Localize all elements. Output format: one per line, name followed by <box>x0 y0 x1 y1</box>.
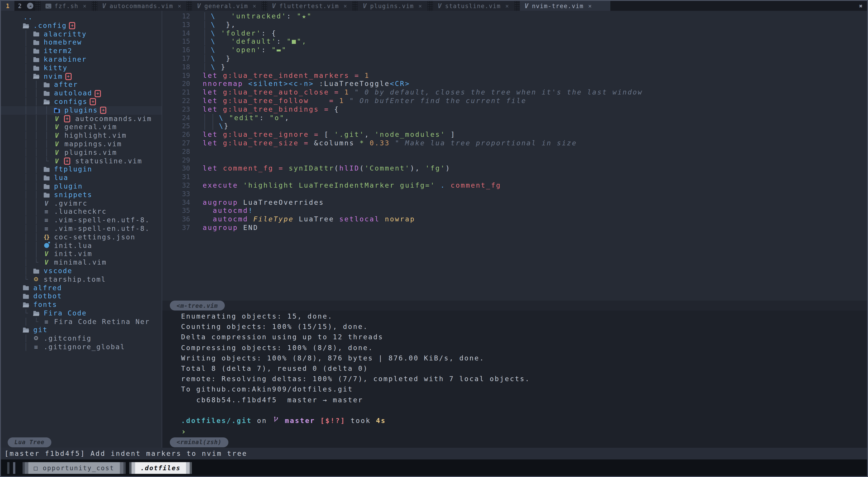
tree-row-configs[interactable]: ││configs+ <box>1 98 162 106</box>
folder-icon <box>41 191 51 199</box>
tree-row-nvim[interactable]: │nvim+ <box>1 72 162 81</box>
tree-label: Fira Code <box>44 309 87 318</box>
indent-guide: │ <box>21 208 31 216</box>
tree-row-iterm2[interactable]: │iterm2 <box>1 47 162 55</box>
tree-row-karabiner[interactable]: │karabiner <box>1 55 162 64</box>
indent-guide: │ <box>21 38 31 47</box>
tree-row-dotbot[interactable]: dotbot <box>1 292 162 301</box>
tab-label: fluttertest.vim <box>279 2 339 9</box>
tree-row-coc-settings.json[interactable]: ││{}coc-settings.json <box>1 233 162 241</box>
tmux-window-number-2[interactable]: 2 <box>14 1 25 11</box>
tab-nvim-tree.vim[interactable]: Vnvim-tree.vim× <box>520 1 610 11</box>
code-text: │ \ 'default': "■", <box>203 38 307 46</box>
tree-row-init.lua[interactable]: ││init.lua <box>1 241 162 250</box>
tree-row-autocommands.vim[interactable]: │││V+autocommands.vim <box>1 114 162 123</box>
tree-row-statusline.vim[interactable]: ││└V+statusline.vim <box>1 157 162 165</box>
tree-row-starship.toml[interactable]: └⚙starship.toml <box>1 275 162 284</box>
indent-guide: │ <box>31 250 41 259</box>
tmux-window--opportunity-cost[interactable]: □ opportunity_cost <box>23 462 125 474</box>
terminal-statusline-pill: <rminal(zsh) <box>170 437 228 447</box>
tree-row-plugins[interactable]: │││plugins+ <box>1 106 162 115</box>
indent-guide: │ <box>31 157 41 165</box>
tree-row-autoload[interactable]: ││autoload+ <box>1 89 162 98</box>
tree-row-ftplugin[interactable]: ││ftplugin <box>1 165 162 174</box>
tree-row-lua[interactable]: ││lua <box>1 174 162 182</box>
code-editor[interactable]: 12│ \ 'untracked': "★"13│ \ },14│ \ 'fol… <box>162 11 867 301</box>
code-text: │ │ \} <box>203 122 229 131</box>
tree-row-.gvimrc[interactable]: ││V.gvimrc <box>1 199 162 208</box>
tab-fluttertest.vim[interactable]: Vfluttertest.vim× <box>267 1 352 11</box>
vim-icon: V <box>363 2 367 9</box>
tree-label: init.vim <box>54 250 92 259</box>
indent-guide: │ <box>31 123 41 132</box>
tab-general.vim[interactable]: Vgeneral.vim× <box>192 1 262 11</box>
tree-label: highlight.vim <box>64 131 127 140</box>
tree-row-plugin[interactable]: ││plugin <box>1 182 162 191</box>
tree-row-highlight.vim[interactable]: │││Vhighlight.vim <box>1 131 162 140</box>
tree-row-.vim-spell-en.utf-8.[interactable]: ││≡.vim-spell-en.utf-8. <box>1 225 162 233</box>
line-number: 22 <box>162 97 197 105</box>
tab-close-icon[interactable]: × <box>343 2 347 9</box>
tab-plugins.vim[interactable]: Vplugins.vim× <box>358 1 428 11</box>
tree-row-fonts[interactable]: fonts <box>1 301 162 309</box>
close-all-icon[interactable]: ✖ <box>855 1 867 11</box>
tmux-window-number-1[interactable]: 1 <box>1 1 14 11</box>
tree-label: .config <box>33 22 67 30</box>
folder-icon <box>41 165 51 173</box>
tree-row-.luacheckrc[interactable]: ││≡.luacheckrc <box>1 208 162 216</box>
tab-autocommands.vim[interactable]: Vautocommands.vim× <box>97 1 187 11</box>
tree-row-git[interactable]: git <box>1 326 162 335</box>
tree-row-minimal.vim[interactable]: │└Vminimal.vim <box>1 258 162 267</box>
terminal-line: › <box>181 426 867 437</box>
tab-close-icon[interactable]: × <box>253 2 257 9</box>
tree-row-init.vim[interactable]: ││Vinit.vim <box>1 250 162 259</box>
vim-icon: V <box>41 259 51 267</box>
tree-row-kitty[interactable]: │kitty <box>1 64 162 72</box>
indent-guide: └ <box>31 258 41 267</box>
tree-row-snippets[interactable]: ││snippets <box>1 191 162 199</box>
tree-row-..[interactable]: .. <box>1 13 162 22</box>
tree-label: .gitignore_global <box>44 343 125 351</box>
code-text: let g:lua_tree_auto_close = 1 " 0 by def… <box>203 88 643 97</box>
tree-row-alacritty[interactable]: │alacritty <box>1 30 162 38</box>
tree-row-plugins.vim[interactable]: │││Vplugins.vim <box>1 148 162 157</box>
indent-guide: │ <box>21 114 31 123</box>
tree-row-.vim-spell-en.utf-8.[interactable]: ││≡.vim-spell-en.utf-8. <box>1 216 162 225</box>
tree-row-mappings.vim[interactable]: │││Vmappings.vim <box>1 140 162 148</box>
indent-guide: └ <box>31 317 41 326</box>
folder-icon <box>31 39 41 47</box>
tree-row-.gitconfig[interactable]: │⚙.gitconfig <box>1 335 162 343</box>
back-circle-icon[interactable]: ◄ <box>27 3 33 9</box>
tab-close-icon[interactable]: × <box>505 2 509 9</box>
tree-row-.config[interactable]: .config+ <box>1 22 162 30</box>
tree-row-after[interactable]: ││after <box>1 81 162 89</box>
tree-row-homebrew[interactable]: │homebrew <box>1 38 162 47</box>
indent-guide: │ <box>31 241 41 250</box>
tree-row-Fira Code[interactable]: └Fira Code <box>1 309 162 318</box>
tab-fzf.sh[interactable]: >_fzf.sh× <box>40 1 92 11</box>
indent-guide: │ <box>21 191 31 199</box>
indent-guide: │ <box>31 174 41 182</box>
editor-statusline: <m-tree.vim <box>162 301 867 310</box>
tab-close-icon[interactable]: × <box>83 2 87 9</box>
code-line: 18│ \ } <box>162 63 867 72</box>
tree-row-vscode[interactable]: │vscode <box>1 267 162 275</box>
tree-row-general.vim[interactable]: │││Vgeneral.vim <box>1 123 162 132</box>
line-number: 25 <box>162 122 197 131</box>
tab-statusline.vim[interactable]: Vstatusline.vim× <box>433 1 514 11</box>
line-number: 32 <box>162 181 197 190</box>
code-line: 29 <box>162 156 867 165</box>
tree-row-Fira Code Retina Ner[interactable]: │└≡Fira Code Retina Ner <box>1 317 162 326</box>
git-new-badge: + <box>95 90 101 97</box>
terminal-line: cb68b54..f1bd4f5 master → master <box>181 395 867 405</box>
tab-close-icon[interactable]: × <box>418 2 423 9</box>
terminal-line: remote: Resolving deltas: 100% (7/7), co… <box>181 374 867 384</box>
tree-row-.gitignore_global[interactable]: │≡.gitignore_global <box>1 343 162 351</box>
tab-close-icon[interactable]: × <box>178 2 182 9</box>
git-new-badge: + <box>64 115 70 123</box>
tmux-window--dotfiles[interactable]: .dotfiles <box>129 462 192 474</box>
tree-row-alfred[interactable]: alfred <box>1 284 162 292</box>
code-text: │ \ }, <box>203 21 236 29</box>
terminal-pane[interactable]: Enumerating objects: 15, done.Counting o… <box>162 310 867 437</box>
tab-close-icon[interactable]: × <box>588 2 592 9</box>
